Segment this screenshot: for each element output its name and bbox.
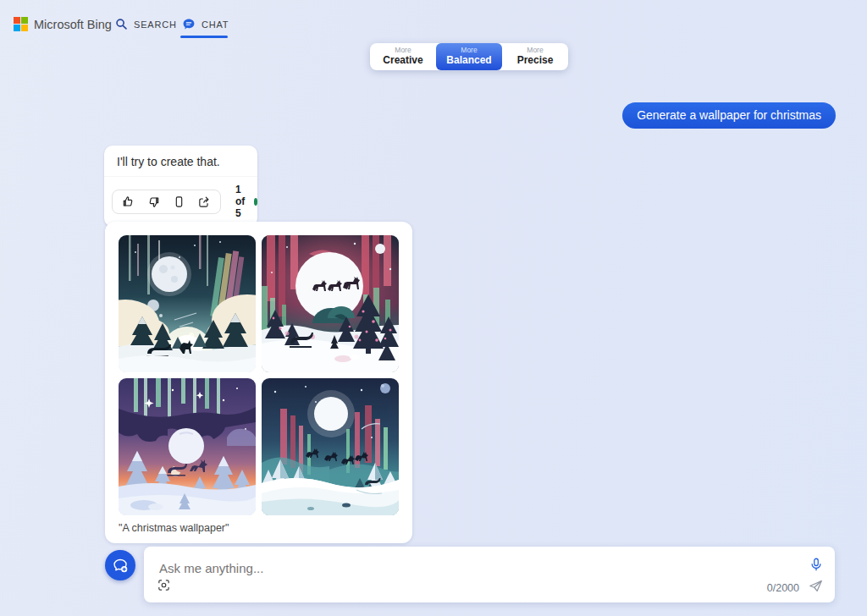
bing-chat-page: Microsoft Bing SEARCH CHAT More Creative… [0, 0, 867, 616]
microphone-icon [809, 556, 824, 573]
feedback-row: 1 of 5 [104, 177, 257, 227]
image-prompt-caption: "A christmas wallpaper" [119, 522, 399, 534]
microphone-button[interactable] [809, 556, 824, 576]
style-option-precise-label: Precise [517, 54, 554, 66]
result-pagination: 1 of 5 [235, 184, 257, 219]
tab-chat-label: CHAT [202, 19, 229, 30]
generated-image-1[interactable] [119, 235, 256, 372]
send-icon [808, 578, 824, 594]
style-option-creative-label: Creative [383, 54, 422, 66]
pagination-text: 1 of 5 [235, 184, 249, 219]
visual-search-button[interactable] [157, 578, 171, 596]
visual-search-icon [157, 578, 171, 592]
tab-search-label: SEARCH [134, 19, 177, 30]
bot-message-card: I'll try to create that. [104, 146, 257, 227]
style-option-balanced-more: More [461, 47, 477, 54]
style-option-precise-more: More [527, 47, 543, 54]
copy-icon[interactable] [172, 195, 186, 209]
brand-label: Microsoft Bing [34, 18, 112, 31]
style-option-balanced[interactable]: More Balanced [436, 43, 502, 70]
send-button[interactable] [808, 578, 824, 597]
thumbs-down-icon[interactable] [146, 195, 161, 209]
feedback-icon-pill [112, 190, 221, 214]
generated-image-grid [119, 235, 399, 515]
generated-image-2[interactable] [262, 235, 399, 372]
chat-bubble-icon [182, 18, 196, 31]
chat-tab-active-underline [180, 36, 228, 38]
bot-message-text: I'll try to create that. [104, 146, 257, 177]
style-option-creative-more: More [395, 47, 411, 54]
conversation-style-selector: More Creative More Balanced More Precise [370, 43, 568, 70]
char-counter: 0/2000 [767, 582, 799, 594]
user-message-bubble: Generate a wallpaper for christmas [622, 102, 836, 129]
generated-image-4[interactable] [262, 378, 399, 515]
chat-composer: 0/2000 [144, 547, 835, 602]
style-option-creative[interactable]: More Creative [370, 43, 436, 70]
tab-search[interactable]: SEARCH [115, 18, 177, 30]
new-topic-button[interactable] [105, 550, 135, 580]
bing-brand: Microsoft Bing [14, 17, 112, 31]
microsoft-logo-icon [14, 17, 28, 31]
style-option-balanced-label: Balanced [446, 54, 491, 66]
new-topic-icon [112, 557, 130, 575]
image-result-card: "A christmas wallpaper" [105, 222, 412, 543]
generated-image-3[interactable] [119, 378, 256, 515]
search-icon [115, 18, 128, 30]
status-dot [254, 198, 258, 206]
style-option-precise[interactable]: More Precise [502, 43, 568, 70]
tab-chat[interactable]: CHAT [182, 18, 229, 31]
chat-input[interactable] [157, 557, 754, 579]
share-icon[interactable] [197, 195, 212, 209]
thumbs-up-icon[interactable] [121, 195, 135, 209]
